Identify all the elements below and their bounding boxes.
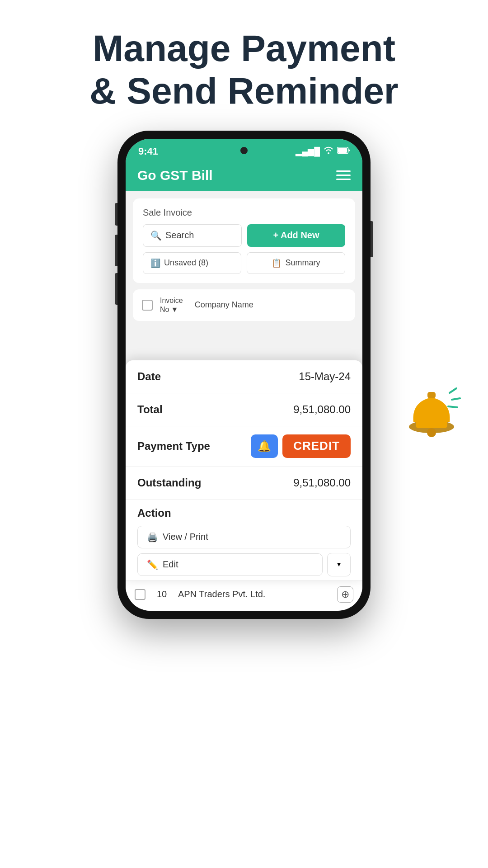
edit-label: Edit bbox=[163, 559, 178, 570]
action-buttons-row: 🔍 Search + Add New bbox=[143, 224, 345, 247]
menu-button[interactable] bbox=[336, 170, 351, 180]
sort-icon: ▼ bbox=[171, 306, 178, 314]
status-icons: ▂▄▆█ bbox=[296, 146, 350, 156]
edit-icon: ✏️ bbox=[147, 559, 158, 570]
total-value: 9,51,080.00 bbox=[293, 403, 351, 416]
page-title: Manage Payment & Send Reminder bbox=[36, 27, 452, 113]
phone-mockup: 9:41 ▂▄▆█ bbox=[0, 131, 488, 619]
col-invoice-header: Invoice No ▼ bbox=[160, 297, 183, 314]
unsaved-button[interactable]: ℹ️ Unsaved (8) bbox=[143, 252, 241, 274]
edit-button-row: ✏️ Edit ▼ bbox=[137, 553, 351, 576]
info-icon: ℹ️ bbox=[150, 258, 160, 268]
svg-rect-6 bbox=[416, 421, 447, 428]
outstanding-row: Outstanding 9,51,080.00 bbox=[126, 467, 362, 500]
search-icon: 🔍 bbox=[150, 230, 162, 241]
summary-icon: 📋 bbox=[272, 258, 282, 268]
bell-decoration bbox=[407, 384, 461, 443]
camera-notch bbox=[240, 147, 248, 154]
svg-line-3 bbox=[452, 398, 460, 400]
view-print-button[interactable]: 🖨️ View / Print bbox=[137, 526, 351, 548]
svg-point-7 bbox=[427, 428, 436, 437]
credit-label: CREDIT bbox=[293, 439, 340, 453]
action-row: Action 🖨️ View / Print ✏️ Edit ▼ bbox=[126, 500, 362, 580]
secondary-buttons-row: ℹ️ Unsaved (8) 📋 Summary bbox=[143, 252, 345, 274]
col-invoice-sub: No ▼ bbox=[160, 306, 183, 314]
invoice-card: Sale Invoice 🔍 Search + Add New ℹ️ bbox=[133, 198, 355, 283]
volume-up-button bbox=[115, 203, 117, 226]
total-label: Total bbox=[137, 403, 163, 416]
hamburger-line-2 bbox=[336, 175, 351, 176]
edit-button[interactable]: ✏️ Edit bbox=[137, 553, 323, 576]
company-name: APN Traders Pvt. Ltd. bbox=[178, 589, 330, 599]
header-checkbox[interactable] bbox=[142, 300, 153, 311]
credit-button[interactable]: CREDIT bbox=[282, 434, 351, 458]
search-label: Search bbox=[165, 230, 194, 241]
invoice-section-label: Sale Invoice bbox=[143, 208, 345, 218]
edit-dropdown-arrow[interactable]: ▼ bbox=[327, 553, 351, 576]
silent-button bbox=[115, 273, 117, 305]
date-row: Date 15-May-24 bbox=[126, 360, 362, 393]
svg-rect-1 bbox=[338, 148, 347, 153]
power-button bbox=[371, 221, 373, 257]
list-item: 10 APN Traders Pvt. Ltd. ⊕ bbox=[126, 578, 362, 611]
content-area: Sale Invoice 🔍 Search + Add New ℹ️ bbox=[126, 191, 362, 328]
payment-type-label: Payment Type bbox=[137, 440, 210, 453]
chevron-down-icon: ▼ bbox=[336, 561, 342, 568]
outstanding-value: 9,51,080.00 bbox=[293, 476, 351, 489]
summary-label: Summary bbox=[285, 258, 320, 268]
bell-icon: 🔔 bbox=[258, 440, 271, 453]
action-label: Action bbox=[137, 507, 351, 519]
col-company-header: Company Name bbox=[195, 300, 253, 310]
total-row: Total 9,51,080.00 bbox=[126, 393, 362, 426]
summary-button[interactable]: 📋 Summary bbox=[247, 252, 345, 274]
volume-down-button bbox=[115, 235, 117, 266]
invoice-number: 10 bbox=[153, 589, 171, 599]
outstanding-label: Outstanding bbox=[137, 476, 201, 489]
col-invoice-label: Invoice bbox=[160, 297, 183, 305]
expand-button[interactable]: ⊕ bbox=[337, 586, 353, 603]
app-title: Go GST Bill bbox=[137, 168, 213, 183]
dropdown-popup: Date 15-May-24 Total 9,51,080.00 Payment… bbox=[126, 360, 362, 580]
battery-icon bbox=[337, 146, 350, 156]
unsaved-label: Unsaved (8) bbox=[164, 258, 208, 268]
row-checkbox[interactable] bbox=[135, 589, 145, 600]
date-label: Date bbox=[137, 370, 161, 383]
hamburger-line-1 bbox=[336, 170, 351, 172]
view-print-label: View / Print bbox=[163, 532, 208, 542]
svg-line-4 bbox=[448, 406, 457, 407]
app-bar: Go GST Bill bbox=[126, 162, 362, 191]
payment-type-row: Payment Type 🔔 CREDIT bbox=[126, 426, 362, 467]
print-icon: 🖨️ bbox=[147, 532, 158, 542]
add-new-label: + Add New bbox=[273, 230, 319, 241]
phone-outer: 9:41 ▂▄▆█ bbox=[117, 131, 371, 619]
svg-line-2 bbox=[450, 388, 456, 393]
table-header-card: Invoice No ▼ Company Name bbox=[133, 289, 355, 321]
add-new-button[interactable]: + Add New bbox=[247, 224, 345, 247]
svg-rect-8 bbox=[427, 392, 436, 398]
status-time: 9:41 bbox=[138, 146, 158, 157]
bell-button[interactable]: 🔔 bbox=[251, 434, 278, 458]
hamburger-line-3 bbox=[336, 179, 351, 180]
page-header: Manage Payment & Send Reminder bbox=[0, 0, 488, 131]
payment-type-buttons: 🔔 CREDIT bbox=[251, 434, 351, 458]
wifi-icon bbox=[324, 146, 333, 156]
signal-icon: ▂▄▆█ bbox=[296, 146, 320, 156]
phone-screen: 9:41 ▂▄▆█ bbox=[126, 139, 362, 611]
date-value: 15-May-24 bbox=[299, 370, 351, 383]
search-button[interactable]: 🔍 Search bbox=[143, 224, 242, 247]
